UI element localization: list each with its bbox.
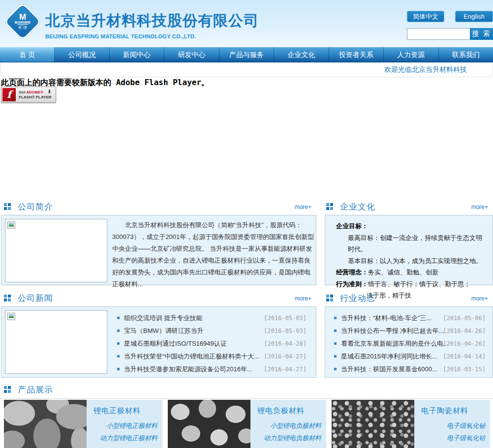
nav-item-news-center[interactable]: 新闻中心 bbox=[110, 47, 164, 62]
sem-image-cathode bbox=[4, 400, 87, 448]
bullet-icon bbox=[117, 329, 120, 332]
flash-adobe-text: ADOBE® bbox=[26, 90, 43, 94]
company-profile-title: 公司简介 bbox=[18, 201, 53, 212]
culture-row: 企业目标： bbox=[336, 220, 488, 232]
industry-news-more-link[interactable]: more+ bbox=[471, 295, 488, 302]
nav-item-investor-relations[interactable]: 投资者关系 bbox=[329, 47, 384, 62]
download-arrow-icon: ⬇ bbox=[47, 89, 52, 95]
news-item[interactable]: 星城石墨2015年净利润同比增长...[2016-04-14] bbox=[334, 350, 486, 363]
bullet-icon bbox=[334, 342, 337, 345]
flash-player-text: FLASH® PLAYER bbox=[19, 95, 52, 100]
flash-logo-icon: f bbox=[2, 88, 16, 101]
culture-row: 最高目标：创建一流企业，持续贡献于生态文明时代。 bbox=[336, 232, 488, 255]
bullet-icon bbox=[334, 355, 337, 358]
get-flash-player-button[interactable]: f Get ADOBE® FLASH® PLAYER ⬇ bbox=[1, 87, 56, 103]
industry-news-box: 当升科技：“材料-电池-车企”三...[2016-05-06] 当升科技公布一季… bbox=[325, 306, 493, 378]
product-title[interactable]: 电子陶瓷材料 bbox=[421, 406, 490, 416]
squares-icon bbox=[4, 295, 11, 301]
bullet-icon bbox=[334, 368, 337, 370]
company-profile-header: 公司简介 more+ bbox=[4, 201, 316, 214]
culture-box: 企业目标： 最高目标：创建一流企业，持续贡献于生态文明时代。 基本目标：以人为本… bbox=[325, 215, 493, 285]
company-name-cn: 北京当升材料科技股份有限公司 bbox=[45, 11, 259, 31]
welcome-bar: 欢迎光临北京当升材料科技 bbox=[0, 63, 493, 77]
product-card-cathode[interactable]: 锂电正极材料 小型锂电正极材料 动力型锂电正极材料 bbox=[4, 400, 162, 448]
nav-item-contact[interactable]: 联系我们 bbox=[439, 47, 493, 62]
industry-news-header: 行业动态 more+ bbox=[326, 293, 493, 305]
squares-icon bbox=[4, 386, 11, 393]
search-button[interactable]: 搜 索 bbox=[470, 28, 493, 40]
product-link[interactable]: 动力型锂电正极材料 bbox=[87, 432, 162, 444]
news-item[interactable]: 当升科技荣登“中国动力锂电池正极材料类十大...[2016-04-27] bbox=[117, 350, 307, 363]
company-news-header: 公司新闻 more+ bbox=[4, 293, 316, 305]
site-header: M BGRIMM 矿冶 北京当升材料科技股份有限公司 BEIJING EASPR… bbox=[0, 0, 493, 47]
news-item[interactable]: 当升科技：“材料-电池-车企”三...[2016-05-06] bbox=[334, 312, 486, 325]
company-profile-image-placeholder bbox=[5, 219, 107, 282]
flash-button-label: Get ADOBE® FLASH® PLAYER bbox=[19, 90, 52, 100]
logo-m-glyph: M bbox=[19, 14, 26, 21]
logo-bgrimm-text: BGRIMM bbox=[15, 21, 31, 24]
sem-image-ceramics bbox=[332, 400, 414, 448]
culture-content: 企业目标： 最高目标：创建一流企业，持续贡献于生态文明时代。 基本目标：以人为本… bbox=[325, 215, 493, 301]
industry-news-title: 行业动态 bbox=[340, 293, 375, 304]
nav-item-culture[interactable]: 企业文化 bbox=[274, 47, 329, 62]
bgrimm-logo: M BGRIMM 矿冶 bbox=[3, 2, 42, 41]
news-item[interactable]: 宝马（BMW）调研江苏当升[2016-05-03] bbox=[117, 325, 307, 337]
news-item[interactable]: 组织交流培训 提升专业技能[2016-05-03] bbox=[117, 312, 307, 325]
bullet-icon bbox=[334, 317, 337, 319]
nav-item-home[interactable]: 首 页 bbox=[0, 47, 55, 62]
bullet-icon bbox=[117, 317, 120, 319]
flash-get-text: Get bbox=[19, 90, 26, 94]
product-link[interactable]: 小型锂电负极材料 bbox=[250, 419, 326, 432]
broken-image-icon bbox=[7, 313, 15, 320]
bullet-icon bbox=[334, 329, 337, 332]
company-name-block: 北京当升材料科技股份有限公司 BEIJING EASPRING MATERIAL… bbox=[45, 11, 259, 39]
nav-item-rd-center[interactable]: 研发中心 bbox=[164, 47, 219, 62]
search-input[interactable] bbox=[407, 28, 470, 40]
products-header: 产品展示 bbox=[4, 384, 490, 397]
product-panel: 电子陶瓷材料 电子级氧化铋 电子级氧化钴 bbox=[414, 400, 490, 448]
company-profile-more-link[interactable]: more+ bbox=[295, 204, 311, 210]
bullet-icon bbox=[117, 368, 120, 370]
culture-title: 企业文化 bbox=[340, 201, 375, 212]
product-card-ceramics[interactable]: 电子陶瓷材料 电子级氧化铋 电子级氧化钴 bbox=[332, 400, 490, 448]
nav-item-products-services[interactable]: 产品与服务 bbox=[219, 47, 274, 62]
product-panel: 锂电负极材料 小型锂电负极材料 动力型锂电负极材料 bbox=[250, 400, 326, 448]
lang-english-button[interactable]: English bbox=[455, 11, 493, 22]
squares-icon bbox=[326, 295, 333, 301]
news-item[interactable]: 看看北京车展新能源车用的是什么电...[2016-04-26] bbox=[334, 337, 486, 350]
products-title: 产品展示 bbox=[18, 384, 53, 395]
culture-more-link[interactable]: more+ bbox=[471, 204, 488, 210]
main-nav: 首 页 公司概况 新闻中心 研发中心 产品与服务 企业文化 投资者关系 人力资源… bbox=[0, 47, 493, 62]
culture-header: 企业文化 more+ bbox=[326, 201, 493, 214]
company-news-box: 组织交流培训 提升专业技能[2016-05-03] 宝马（BMW）调研江苏当升[… bbox=[1, 306, 316, 378]
company-profile-box: 北京当升材料科技股份有限公司（简称“当升科技”，股票代码：300073），成立于… bbox=[1, 215, 316, 285]
company-news-more-link[interactable]: more+ bbox=[295, 295, 311, 302]
lang-chinese-button[interactable]: 简体中文 bbox=[407, 11, 444, 22]
news-item[interactable]: 当升科技公布一季报 净利已超去年...[2016-04-26] bbox=[334, 325, 486, 337]
company-profile-text: 北京当升材料科技股份有限公司（简称“当升科技”，股票代码：300073），成立于… bbox=[112, 219, 315, 290]
product-title[interactable]: 锂电正极材料 bbox=[93, 406, 162, 416]
product-panel: 锂电正极材料 小型锂电正极材料 动力型锂电正极材料 bbox=[87, 400, 162, 448]
culture-row: 基本目标：以人为本，成为员工实现理想之地。 bbox=[336, 255, 488, 267]
news-item[interactable]: 星城石墨顺利通过ISO/TS16949认证[2016-04-28] bbox=[117, 337, 307, 350]
broken-image-icon bbox=[7, 221, 15, 229]
logo-kuangye-text: 矿冶 bbox=[17, 24, 28, 30]
product-link[interactable]: 动力型锂电负极材料 bbox=[250, 432, 326, 444]
nav-item-hr[interactable]: 人力资源 bbox=[384, 47, 438, 62]
news-item[interactable]: 当升科技：获国开发展基金6000...[2016-03-15] bbox=[334, 363, 486, 376]
industry-news-list: 当升科技：“材料-电池-车企”三...[2016-05-06] 当升科技公布一季… bbox=[334, 312, 486, 376]
company-news-image-placeholder bbox=[5, 310, 107, 374]
bgrimm-logo-mark: M BGRIMM 矿冶 bbox=[9, 8, 36, 35]
welcome-marquee-text: 欢迎光临北京当升材料科技 bbox=[384, 63, 493, 76]
product-title[interactable]: 锂电负极材料 bbox=[257, 406, 326, 416]
product-link[interactable]: 电子级氧化钴 bbox=[414, 432, 490, 444]
product-link[interactable]: 电子级氧化铋 bbox=[414, 419, 490, 432]
company-news-title: 公司新闻 bbox=[18, 293, 53, 304]
products-divider bbox=[0, 398, 493, 399]
product-link[interactable]: 小型锂电正极材料 bbox=[87, 419, 162, 432]
nav-item-company-overview[interactable]: 公司概况 bbox=[55, 47, 109, 62]
product-card-anode[interactable]: 锂电负极材料 小型锂电负极材料 动力型锂电负极材料 bbox=[168, 400, 326, 448]
news-item[interactable]: 当升科技受邀参加索尼能源设备公司2016年...[2016-04-27] bbox=[117, 363, 307, 376]
culture-row: 经营理念：务实、诚信、勤勉、创新 bbox=[336, 267, 488, 278]
squares-icon bbox=[4, 203, 11, 210]
